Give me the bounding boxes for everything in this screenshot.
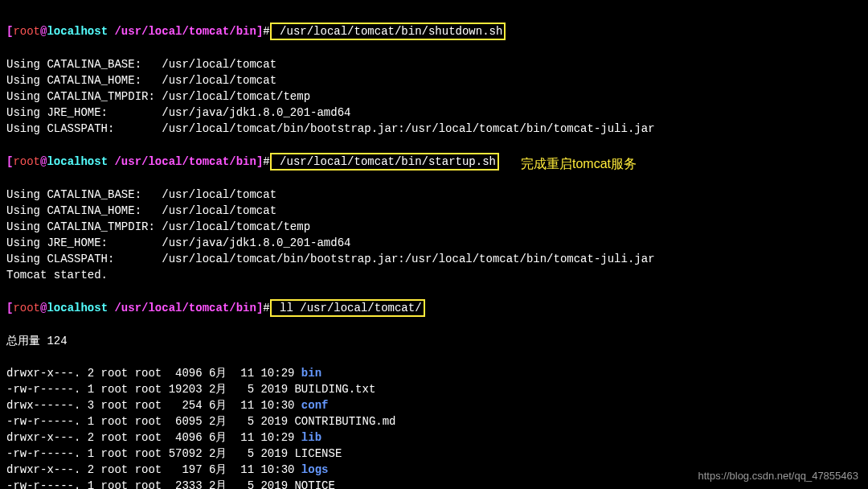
file-name: BUILDING.txt bbox=[294, 383, 375, 396]
terminal-output[interactable]: [root@localhost /usr/local/tomcat/bin]# … bbox=[0, 0, 868, 489]
env-line: Using JRE_HOME: /usr/java/jdk1.8.0_201-a… bbox=[6, 235, 862, 251]
env-line: Using CATALINA_HOME: /usr/local/tomcat bbox=[6, 203, 862, 219]
watermark-text: https://blog.csdn.net/qq_47855463 bbox=[698, 468, 859, 484]
list-item: -rw-r-----. 1 root root 6095 2月 5 2019 C… bbox=[6, 413, 862, 429]
env-output-2: Using CATALINA_BASE: /usr/local/tomcatUs… bbox=[6, 187, 862, 283]
env-line: Tomcat started. bbox=[6, 267, 862, 283]
highlighted-command-ll: ll /usr/local/tomcat/ bbox=[270, 299, 425, 317]
dir-name: conf bbox=[301, 399, 329, 412]
env-line: Using CATALINA_TMPDIR: /usr/local/tomcat… bbox=[6, 88, 862, 105]
dir-name: bin bbox=[301, 367, 321, 380]
env-line: Using CATALINA_BASE: /usr/local/tomcat bbox=[6, 56, 862, 72]
env-output-1: Using CATALINA_BASE: /usr/local/tomcatUs… bbox=[6, 56, 862, 137]
env-line: Using CLASSPATH: /usr/local/tomcat/bin/b… bbox=[6, 251, 862, 267]
prompt-line-3: [root@localhost /usr/local/tomcat/bin]# … bbox=[6, 299, 862, 317]
list-item: -rw-r-----. 1 root root 19203 2月 5 2019 … bbox=[6, 381, 862, 397]
file-name: NOTICE bbox=[294, 479, 334, 489]
env-line: Using JRE_HOME: /usr/java/jdk1.8.0_201-a… bbox=[6, 105, 862, 121]
highlighted-command-startup: /usr/local/tomcat/bin/startup.sh bbox=[270, 153, 499, 171]
file-name: CONTRIBUTING.md bbox=[294, 415, 395, 428]
env-line: Using CLASSPATH: /usr/local/tomcat/bin/b… bbox=[6, 121, 862, 137]
env-line: Using CATALINA_BASE: /usr/local/tomcat bbox=[6, 187, 862, 203]
file-name: LICENSE bbox=[294, 447, 342, 460]
dir-name: logs bbox=[301, 463, 329, 476]
highlighted-command-shutdown: /usr/local/tomcat/bin/shutdown.sh bbox=[270, 23, 506, 40]
total-line: 总用量 124 bbox=[6, 333, 862, 349]
list-item: drwx------. 3 root root 254 6月 11 10:30 … bbox=[6, 397, 862, 413]
prompt-line-2: [root@localhost /usr/local/tomcat/bin]# … bbox=[6, 153, 862, 171]
list-item: -rw-r-----. 1 root root 57092 2月 5 2019 … bbox=[6, 446, 862, 462]
annotation-text: 完成重启tomcat服务 bbox=[521, 156, 637, 172]
env-line: Using CATALINA_HOME: /usr/local/tomcat bbox=[6, 72, 862, 88]
list-item: drwxr-x---. 2 root root 4096 6月 11 10:29… bbox=[6, 365, 862, 381]
list-item: drwxr-x---. 2 root root 4096 6月 11 10:29… bbox=[6, 429, 862, 446]
prompt-line-1: [root@localhost /usr/local/tomcat/bin]# … bbox=[6, 23, 862, 40]
env-line: Using CATALINA_TMPDIR: /usr/local/tomcat… bbox=[6, 219, 862, 235]
dir-name: lib bbox=[301, 431, 321, 444]
